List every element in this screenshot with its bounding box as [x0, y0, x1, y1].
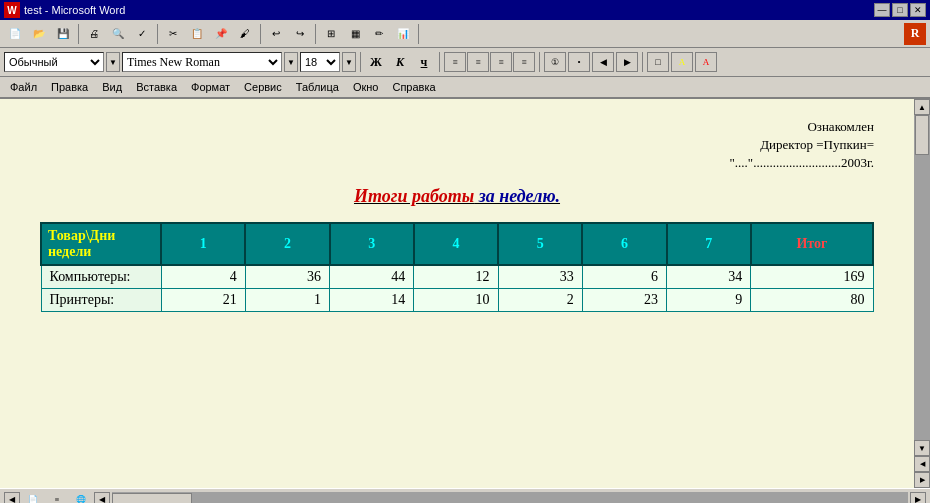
menu-help[interactable]: Справка — [386, 79, 441, 95]
save-button[interactable]: 💾 — [52, 23, 74, 45]
toolbar-area: 📄 📂 💾 🖨 🔍 ✓ ✂ 📋 📌 🖌 ↩ ↪ ⊞ ▦ ✏ 📊 R Обычны… — [0, 20, 930, 77]
vertical-scrollbar[interactable]: ▲ ▼ ◀ ▶ — [914, 99, 930, 488]
underline-button[interactable]: ч — [413, 52, 435, 72]
increase-indent-button[interactable]: ▶ — [616, 52, 638, 72]
row1-total: 169 — [751, 265, 873, 289]
web-view-btn[interactable]: 🌐 — [70, 489, 92, 504]
toolbar-sep-3 — [260, 24, 261, 44]
h-scroll-thumb[interactable] — [112, 493, 192, 504]
menu-edit[interactable]: Правка — [45, 79, 94, 95]
page-view-btn[interactable]: 📄 — [22, 489, 44, 504]
minimize-button[interactable]: — — [874, 3, 890, 17]
scroll-thumb[interactable] — [915, 115, 929, 155]
row2-val2: 1 — [245, 289, 329, 312]
scroll-down-button[interactable]: ▼ — [914, 440, 930, 456]
font-style-arrow[interactable]: ▼ — [106, 52, 120, 72]
font-name-arrow[interactable]: ▼ — [284, 52, 298, 72]
cut-button[interactable]: ✂ — [162, 23, 184, 45]
format-painter-button[interactable]: 🖌 — [234, 23, 256, 45]
font-style-select[interactable]: Обычный — [4, 52, 104, 72]
row1-val2: 36 — [245, 265, 329, 289]
font-size-select[interactable]: 18 — [300, 52, 340, 72]
menu-window[interactable]: Окно — [347, 79, 385, 95]
row1-val6: 6 — [582, 265, 666, 289]
copy-button[interactable]: 📋 — [186, 23, 208, 45]
new-button[interactable]: 📄 — [4, 23, 26, 45]
align-justify-button[interactable]: ≡ — [513, 52, 535, 72]
close-button[interactable]: ✕ — [910, 3, 926, 17]
h-scroll-right-small[interactable]: ◀ — [94, 492, 110, 504]
align-left-button[interactable]: ≡ — [444, 52, 466, 72]
menu-tools[interactable]: Сервис — [238, 79, 288, 95]
header-line-2: Директор =Пупкин= — [40, 137, 874, 153]
table-row: Принтеры: 21 1 14 10 2 23 9 80 — [41, 289, 873, 312]
bullets-button[interactable]: • — [568, 52, 590, 72]
h-scroll-left[interactable]: ◀ — [4, 492, 20, 504]
open-button[interactable]: 📂 — [28, 23, 50, 45]
row2-val1: 21 — [161, 289, 245, 312]
menu-bar: Файл Правка Вид Вставка Формат Сервис Та… — [0, 77, 930, 99]
map-button[interactable]: 📊 — [392, 23, 414, 45]
format-sep-1 — [360, 52, 361, 72]
table-header-row: Товар\Дни недели 1 2 3 4 5 6 7 Итог — [41, 223, 873, 265]
drawing-button[interactable]: ✏ — [368, 23, 390, 45]
format-sep-3 — [539, 52, 540, 72]
scroll-track — [914, 115, 930, 440]
menu-format[interactable]: Формат — [185, 79, 236, 95]
font-name-select[interactable]: Times New Roman — [122, 52, 282, 72]
row2-val3: 14 — [330, 289, 414, 312]
font-color-button[interactable]: A — [695, 52, 717, 72]
scroll-next-page[interactable]: ▶ — [914, 472, 930, 488]
menu-view[interactable]: Вид — [96, 79, 128, 95]
document-header: Ознакомлен Директор =Пупкин= "....".....… — [40, 119, 874, 171]
h-scroll-right[interactable]: ▶ — [910, 492, 926, 504]
toolbar-row-2: Обычный ▼ Times New Roman ▼ 18 ▼ Ж К ч ≡… — [0, 48, 930, 76]
document-content: Ознакомлен Директор =Пупкин= "....".....… — [0, 99, 914, 332]
menu-insert[interactable]: Вставка — [130, 79, 183, 95]
row2-val7: 9 — [667, 289, 751, 312]
border-button[interactable]: □ — [647, 52, 669, 72]
header-line-1: Ознакомлен — [40, 119, 874, 135]
table-header-5: 5 — [498, 223, 582, 265]
bottom-toolbar: ◀ 📄 ≡ 🌐 ◀ ▶ — [0, 488, 930, 503]
menu-table[interactable]: Таблица — [290, 79, 345, 95]
row1-label: Компьютеры: — [41, 265, 161, 289]
preview-button[interactable]: 🔍 — [107, 23, 129, 45]
columns-button[interactable]: ▦ — [344, 23, 366, 45]
toolbar-sep-4 — [315, 24, 316, 44]
table-header-3: 3 — [330, 223, 414, 265]
table-header-7: 7 — [667, 223, 751, 265]
format-sep-2 — [439, 52, 440, 72]
font-size-arrow[interactable]: ▼ — [342, 52, 356, 72]
toolbar-sep-2 — [157, 24, 158, 44]
scroll-up-button[interactable]: ▲ — [914, 99, 930, 115]
highlight-button[interactable]: A — [671, 52, 693, 72]
undo-button[interactable]: ↩ — [265, 23, 287, 45]
title-bar-buttons[interactable]: — □ ✕ — [874, 3, 926, 17]
table-button[interactable]: ⊞ — [320, 23, 342, 45]
document-container: Ознакомлен Директор =Пупкин= "....".....… — [0, 99, 930, 488]
print-button[interactable]: 🖨 — [83, 23, 105, 45]
menu-file[interactable]: Файл — [4, 79, 43, 95]
maximize-button[interactable]: □ — [892, 3, 908, 17]
spellcheck-button[interactable]: ✓ — [131, 23, 153, 45]
table-header-2: 2 — [245, 223, 329, 265]
paste-button[interactable]: 📌 — [210, 23, 232, 45]
normal-view-btn[interactable]: ≡ — [46, 489, 68, 504]
horizontal-scrollbar[interactable] — [112, 492, 908, 504]
italic-button[interactable]: К — [389, 52, 411, 72]
redo-button[interactable]: ↪ — [289, 23, 311, 45]
app-icon: W — [4, 2, 20, 18]
toolbar-row-1: 📄 📂 💾 🖨 🔍 ✓ ✂ 📋 📌 🖌 ↩ ↪ ⊞ ▦ ✏ 📊 R — [0, 20, 930, 48]
r-icon: R — [904, 23, 926, 45]
numbering-button[interactable]: ① — [544, 52, 566, 72]
row1-val5: 33 — [498, 265, 582, 289]
row1-val4: 12 — [414, 265, 498, 289]
align-center-button[interactable]: ≡ — [467, 52, 489, 72]
scroll-prev-page[interactable]: ◀ — [914, 456, 930, 472]
align-right-button[interactable]: ≡ — [490, 52, 512, 72]
bold-button[interactable]: Ж — [365, 52, 387, 72]
document-area[interactable]: Ознакомлен Директор =Пупкин= "....".....… — [0, 99, 914, 488]
decrease-indent-button[interactable]: ◀ — [592, 52, 614, 72]
table-row: Компьютеры: 4 36 44 12 33 6 34 169 — [41, 265, 873, 289]
